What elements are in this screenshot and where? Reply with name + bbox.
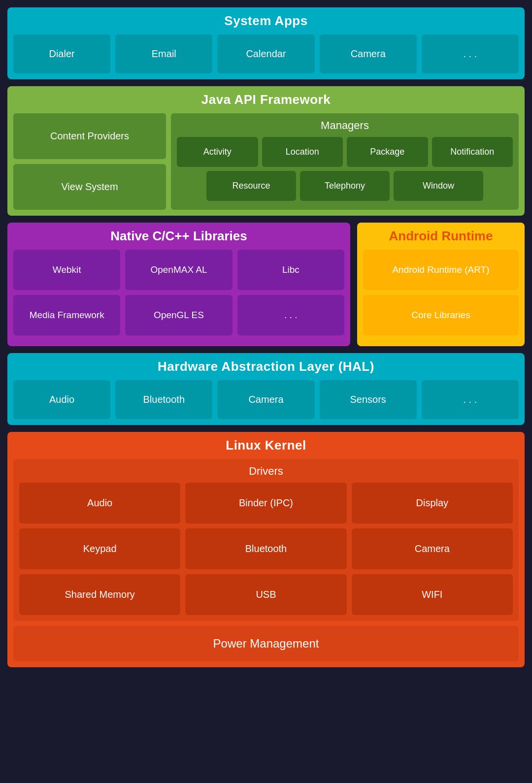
hal-audio: Audio xyxy=(13,380,110,419)
native-mediafw: Media Framework xyxy=(13,295,120,335)
drivers-grid: Audio Binder (IPC) Display Keypad Blueto… xyxy=(19,483,513,615)
mgr-notification: Notification xyxy=(432,137,513,167)
system-apps-title: System Apps xyxy=(13,13,519,29)
system-apps-layer: System Apps Dialer Email Calendar Camera… xyxy=(7,7,525,79)
managers-box: Managers Activity Location Package Notif… xyxy=(171,113,519,210)
hal-title: Hardware Abstraction Layer (HAL) xyxy=(13,359,519,374)
driver-camera: Camera xyxy=(352,528,513,569)
mgr-telephony: Telephony xyxy=(300,171,390,201)
android-runtime-title: Android Runtime xyxy=(363,228,519,244)
native-cpp-layer: Native C/C++ Libraries Webkit OpenMAX AL… xyxy=(7,223,350,346)
driver-wifi: WIFI xyxy=(352,574,513,615)
java-api-left: Content Providers View System xyxy=(13,113,166,210)
native-webkit: Webkit xyxy=(13,250,120,290)
sa-calendar: Calendar xyxy=(217,34,314,73)
sa-email: Email xyxy=(115,34,212,73)
hal-bluetooth: Bluetooth xyxy=(115,380,212,419)
native-more: . . . xyxy=(237,295,344,335)
ar-core: Core Libraries xyxy=(363,295,519,335)
sa-dialer: Dialer xyxy=(13,34,110,73)
managers-row1: Activity Location Package Notification xyxy=(177,137,513,167)
native-openmax: OpenMAX AL xyxy=(125,250,232,290)
power-management: Power Management xyxy=(13,626,519,661)
android-runtime-layer: Android Runtime Android Runtime (ART) Co… xyxy=(357,223,525,346)
ar-art: Android Runtime (ART) xyxy=(363,250,519,290)
driver-usb: USB xyxy=(185,574,346,615)
mgr-package: Package xyxy=(347,137,428,167)
driver-display: Display xyxy=(352,483,513,523)
driver-audio: Audio xyxy=(19,483,180,523)
content-providers-box: Content Providers xyxy=(13,113,166,159)
system-apps-grid: Dialer Email Calendar Camera . . . xyxy=(13,34,519,73)
sa-more: . . . xyxy=(422,34,519,73)
middle-row: Native C/C++ Libraries Webkit OpenMAX AL… xyxy=(7,223,525,346)
linux-kernel-layer: Linux Kernel Drivers Audio Binder (IPC) … xyxy=(7,432,525,667)
managers-row2: Resource Telephony Window xyxy=(177,171,513,201)
java-api-title: Java API Framework xyxy=(13,92,519,107)
view-system-box: View System xyxy=(13,164,166,210)
hal-more: . . . xyxy=(422,380,519,419)
java-api-content: Content Providers View System Managers A… xyxy=(13,113,519,210)
hal-camera: Camera xyxy=(217,380,314,419)
native-cpp-grid: Webkit OpenMAX AL Libc Media Framework O… xyxy=(13,250,344,335)
hal-layer: Hardware Abstraction Layer (HAL) Audio B… xyxy=(7,353,525,425)
sa-camera: Camera xyxy=(320,34,417,73)
mgr-activity: Activity xyxy=(177,137,258,167)
native-cpp-title: Native C/C++ Libraries xyxy=(13,228,344,244)
driver-keypad: Keypad xyxy=(19,528,180,569)
native-libc: Libc xyxy=(237,250,344,290)
java-api-layer: Java API Framework Content Providers Vie… xyxy=(7,86,525,216)
driver-bluetooth: Bluetooth xyxy=(185,528,346,569)
mgr-resource: Resource xyxy=(206,171,296,201)
linux-kernel-title: Linux Kernel xyxy=(13,438,519,453)
driver-binder: Binder (IPC) xyxy=(185,483,346,523)
drivers-box: Drivers Audio Binder (IPC) Display Keypa… xyxy=(13,459,519,621)
drivers-title: Drivers xyxy=(19,465,513,478)
driver-sharedmem: Shared Memory xyxy=(19,574,180,615)
hal-sensors: Sensors xyxy=(320,380,417,419)
native-opengl: OpenGL ES xyxy=(125,295,232,335)
hal-grid: Audio Bluetooth Camera Sensors . . . xyxy=(13,380,519,419)
mgr-window: Window xyxy=(394,171,483,201)
mgr-location: Location xyxy=(262,137,343,167)
managers-title: Managers xyxy=(177,119,513,132)
